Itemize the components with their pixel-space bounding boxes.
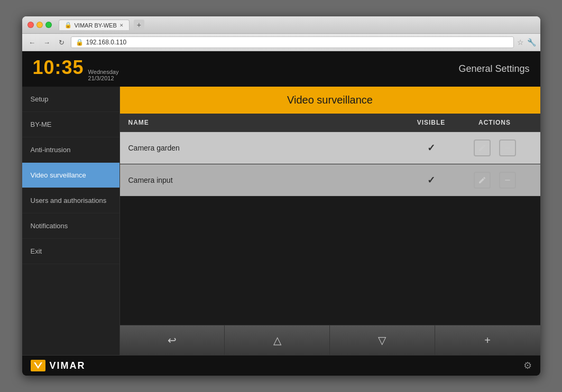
table-header: NAME VISIBLE ACTIONS <box>120 114 540 132</box>
table-row[interactable]: Camera input ✓ <box>120 164 540 197</box>
vimar-logo-box <box>31 360 45 371</box>
vimar-brand-text: VIMAR <box>50 360 86 371</box>
app-header: 10:35 Wednesday 21/3/2012 General Settin… <box>22 51 540 87</box>
tab-close-button[interactable]: ✕ <box>119 23 124 28</box>
table-row[interactable]: Camera garden ✓ <box>120 132 540 164</box>
tab-favicon: 🔒 <box>65 22 72 29</box>
sidebar-item-video-surveillance[interactable]: Video surveillance <box>22 163 119 188</box>
panel-header: Video surveillance <box>120 87 540 114</box>
col-header-actions: ACTIONS <box>458 119 532 126</box>
vimar-logo-icon <box>33 361 43 370</box>
browser-window: 🔒 VIMAR BY-WEB ✕ + ← → ↻ 🔒 192.168.0.110… <box>22 16 540 376</box>
row-camera-garden-visible: ✓ <box>405 142 458 154</box>
reload-button[interactable]: ↻ <box>56 36 68 48</box>
bottom-toolbar: ↩ △ ▽ + <box>120 325 540 355</box>
clock-date: Wednesday 21/3/2012 <box>88 69 119 81</box>
col-header-visible: VISIBLE <box>405 119 458 126</box>
close-dot[interactable] <box>27 22 34 28</box>
row-camera-input-visible: ✓ <box>405 174 458 186</box>
app-footer: VIMAR ⚙ <box>22 355 540 376</box>
pencil-icon <box>478 144 486 152</box>
window-controls <box>27 22 52 28</box>
checkmark-icon: ✓ <box>427 174 435 186</box>
edit-button[interactable] <box>474 172 491 189</box>
clock-area: 10:35 Wednesday 21/3/2012 <box>33 57 119 81</box>
sidebar-item-exit[interactable]: Exit <box>22 239 119 264</box>
minus-icon <box>503 176 512 184</box>
tab-title: VIMAR BY-WEB <box>75 22 117 29</box>
row-camera-garden-actions <box>458 139 532 156</box>
browser-titlebar: 🔒 VIMAR BY-WEB ✕ + <box>22 16 540 34</box>
sidebar-item-notifications[interactable]: Notifications <box>22 213 119 239</box>
sidebar-item-setup[interactable]: Setup <box>22 87 119 112</box>
url-text: 192.168.0.110 <box>86 39 127 46</box>
browser-toolbar: ← → ↻ 🔒 192.168.0.110 ☆ 🔧 <box>22 34 540 51</box>
lock-icon: 🔒 <box>76 39 84 46</box>
clock-day: Wednesday <box>88 69 119 75</box>
table-container: NAME VISIBLE ACTIONS Camera garden ✓ <box>120 114 540 325</box>
app-content: 10:35 Wednesday 21/3/2012 General Settin… <box>22 51 540 376</box>
sidebar: Setup BY-ME Anti-intrusion Video surveil… <box>22 87 120 355</box>
maximize-dot[interactable] <box>45 22 52 28</box>
settings-button[interactable]: 🔧 <box>527 38 536 46</box>
minus-icon <box>503 144 512 152</box>
empty-area <box>120 197 540 276</box>
sidebar-item-byme[interactable]: BY-ME <box>22 112 119 137</box>
toolbar-down-button[interactable]: ▽ <box>330 325 435 355</box>
delete-button[interactable] <box>499 172 516 189</box>
main-layout: Setup BY-ME Anti-intrusion Video surveil… <box>22 87 540 355</box>
clock-time: 10:35 <box>33 57 84 79</box>
pencil-icon <box>478 176 486 184</box>
table-body: Camera garden ✓ <box>120 132 540 197</box>
main-panel: Video surveillance NAME VISIBLE ACTIONS … <box>120 87 540 355</box>
sidebar-item-users[interactable]: Users and authorisations <box>22 188 119 213</box>
footer-logo: VIMAR <box>31 360 86 371</box>
checkmark-icon: ✓ <box>427 142 435 154</box>
forward-button[interactable]: → <box>41 36 53 48</box>
row-camera-input-name: Camera input <box>128 176 405 184</box>
col-header-name: NAME <box>128 119 405 126</box>
toolbar-up-button[interactable]: △ <box>225 325 330 355</box>
bookmark-button[interactable]: ☆ <box>517 38 524 46</box>
toolbar-back-button[interactable]: ↩ <box>120 325 225 355</box>
header-title: General Settings <box>458 63 529 74</box>
delete-button[interactable] <box>499 139 516 156</box>
minimize-dot[interactable] <box>36 22 43 28</box>
gear-icon[interactable]: ⚙ <box>523 360 532 371</box>
edit-button[interactable] <box>474 139 491 156</box>
toolbar-add-button[interactable]: + <box>435 325 540 355</box>
sidebar-item-anti-intrusion[interactable]: Anti-intrusion <box>22 137 119 163</box>
address-bar[interactable]: 🔒 192.168.0.110 <box>71 36 514 48</box>
row-camera-garden-name: Camera garden <box>128 144 405 152</box>
row-camera-input-actions <box>458 172 532 189</box>
back-button[interactable]: ← <box>26 36 38 48</box>
clock-date-value: 21/3/2012 <box>88 75 119 81</box>
new-tab-button[interactable]: + <box>134 20 144 30</box>
browser-tab[interactable]: 🔒 VIMAR BY-WEB ✕ <box>59 20 130 30</box>
